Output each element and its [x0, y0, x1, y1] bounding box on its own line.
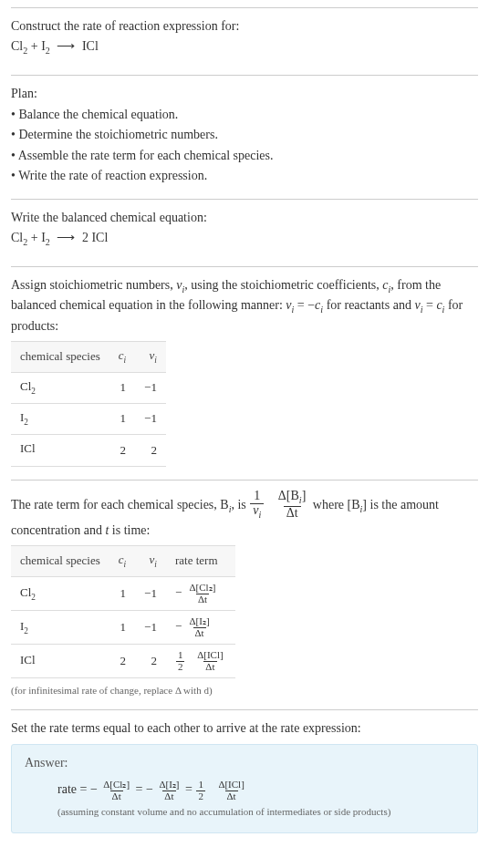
- plan-heading: Plan:: [11, 85, 478, 103]
- i2: I2: [41, 39, 50, 53]
- answer-label: Answer:: [25, 754, 464, 780]
- cell-species: ICl: [11, 435, 109, 466]
- prompt-equation: Cl2 + I2 ⟶ ICl: [11, 36, 478, 63]
- rate-frac: Δ[I₂]Δt: [157, 780, 181, 801]
- col-c: ci: [109, 342, 135, 373]
- icl: 2 ICl: [82, 231, 108, 244]
- rateterm-text: The rate term for each chemical species,…: [11, 490, 478, 540]
- icl: ICl: [82, 39, 99, 53]
- cell-c: 2: [109, 435, 135, 466]
- cell-c: 2: [109, 645, 135, 678]
- rate-frac: Δ[Cl₂]Δt: [101, 780, 131, 801]
- plan-item: • Write the rate of reaction expression.: [11, 166, 478, 186]
- col-c: ci: [109, 545, 135, 576]
- prompt-intro: Construct the rate of reaction expressio…: [11, 17, 478, 36]
- col-species: chemical species: [11, 342, 109, 373]
- cell-species: I2: [11, 611, 109, 645]
- cell-rate: − Δ[I₂] Δt: [166, 611, 235, 645]
- table-header-row: chemical species ci νi: [11, 342, 166, 373]
- prompt-block: Construct the rate of reaction expressio…: [11, 7, 478, 75]
- rateterm-table: chemical species ci νi rate term Cl2 1 −…: [11, 545, 235, 678]
- table-row: ICl 2 2: [11, 435, 166, 466]
- arrow-icon: ⟶: [53, 229, 78, 247]
- cell-rate: 1 2 Δ[ICl] Δt: [166, 645, 235, 678]
- cell-nu: −1: [135, 373, 166, 404]
- setequal-text: Set the rate terms equal to each other t…: [11, 719, 478, 738]
- conclusion-block: Set the rate terms equal to each other t…: [11, 709, 478, 844]
- cell-nu: 2: [135, 435, 166, 466]
- cell-nu: −1: [135, 611, 166, 645]
- rate-frac: Δ[ICl]Δt: [216, 780, 245, 801]
- i2: I2: [41, 231, 50, 244]
- answer-expression: rate = − Δ[Cl₂]Δt = − Δ[I₂]Δt = 12 Δ[ICl…: [25, 780, 464, 801]
- table-row: I2 1 −1 − Δ[I₂] Δt: [11, 611, 235, 645]
- cell-rate: − Δ[Cl₂] Δt: [166, 577, 235, 611]
- arrow-icon: ⟶: [53, 37, 78, 56]
- cell-species: Cl2: [11, 373, 109, 404]
- plan-item: • Assemble the rate term for each chemic…: [11, 146, 478, 166]
- rateterm-block: The rate term for each chemical species,…: [11, 480, 478, 710]
- rateterm-note: (for infinitesimal rate of change, repla…: [11, 680, 478, 698]
- answer-assumption: (assuming constant volume and no accumul…: [25, 801, 464, 820]
- col-nu: νi: [135, 545, 166, 576]
- table-row: I2 1 −1: [11, 404, 166, 435]
- cell-nu: 2: [135, 645, 166, 678]
- table-row: Cl2 1 −1: [11, 373, 166, 404]
- plan-item: • Determine the stoichiometric numbers.: [11, 125, 478, 145]
- balanced-intro: Write the balanced chemical equation:: [11, 209, 478, 227]
- table-row: Cl2 1 −1 − Δ[Cl₂] Δt: [11, 577, 235, 611]
- answer-box: Answer: rate = − Δ[Cl₂]Δt = − Δ[I₂]Δt = …: [11, 744, 478, 833]
- coef-frac: 12: [196, 780, 205, 801]
- cell-nu: −1: [135, 577, 166, 611]
- table-row: ICl 2 2 1 2 Δ[ICl] Δt: [11, 645, 235, 678]
- table-header-row: chemical species ci νi rate term: [11, 545, 235, 576]
- coef-frac: 1 2: [176, 650, 185, 672]
- frac-one-over-nu: 1 νi: [250, 490, 264, 522]
- rate-frac: Δ[I₂] Δt: [188, 616, 212, 638]
- plan-item: • Balance the chemical equation.: [11, 105, 478, 125]
- cell-species: Cl2: [11, 577, 109, 611]
- cell-c: 1: [109, 404, 135, 435]
- cell-species: ICl: [11, 645, 109, 678]
- cell-species: I2: [11, 404, 109, 435]
- cl2: Cl2: [11, 39, 27, 53]
- cell-c: 1: [109, 373, 135, 404]
- stoich-table: chemical species ci νi Cl2 1 −1 I2 1 −1 …: [11, 341, 166, 467]
- rate-frac: Δ[Cl₂] Δt: [188, 583, 218, 604]
- col-nu: νi: [135, 342, 166, 373]
- cell-c: 1: [109, 577, 135, 611]
- rate-frac: Δ[ICl] Δt: [195, 650, 224, 672]
- assign-block: Assign stoichiometric numbers, νi, using…: [11, 266, 478, 480]
- cell-c: 1: [109, 611, 135, 645]
- col-rate: rate term: [166, 545, 235, 576]
- cell-nu: −1: [135, 404, 166, 435]
- frac-delta-b: Δ[Bi] Δt: [276, 490, 309, 522]
- plan-list: • Balance the chemical equation. • Deter…: [11, 103, 478, 188]
- balanced-block: Write the balanced chemical equation: Cl…: [11, 199, 478, 266]
- balanced-equation: Cl2 + I2 ⟶ 2 ICl: [11, 227, 478, 254]
- plus: +: [31, 39, 41, 53]
- cl2: Cl2: [11, 231, 27, 244]
- col-species: chemical species: [11, 545, 109, 576]
- assign-text: Assign stoichiometric numbers, νi, using…: [11, 276, 478, 336]
- plus: +: [31, 231, 41, 244]
- plan-block: Plan: • Balance the chemical equation. •…: [11, 75, 478, 199]
